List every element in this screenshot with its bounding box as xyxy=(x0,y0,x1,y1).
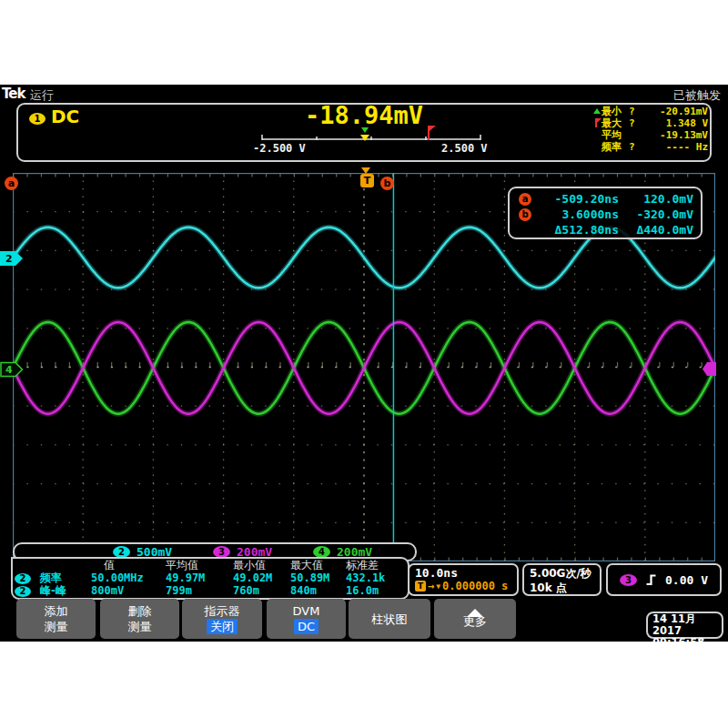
horizontal-delay: T→▼0.000000 s xyxy=(415,580,511,592)
datetime-box: 14 11月2017 09:16:58 xyxy=(646,612,723,639)
menu-remove-measurement-button[interactable]: 删除 测量 xyxy=(100,599,179,639)
oscilloscope-screen: Tek 运行 已被触发 1 DC -18.94mV -2.500 V 2.500… xyxy=(0,85,728,642)
svg-text:2: 2 xyxy=(5,253,13,265)
meas-ch-badge: 2 xyxy=(15,586,31,597)
cursor-a-row: a -509.20ns 120.0mV xyxy=(519,191,693,207)
red-flag-icon xyxy=(593,118,602,128)
cursor-a-badge: a xyxy=(519,193,531,206)
trigger-level: 0.00 V xyxy=(665,573,708,587)
max-flag-icon xyxy=(428,126,430,140)
cursor-b-badge: b xyxy=(519,208,531,221)
time-label: 09:16:58 xyxy=(652,637,722,642)
cursor-a-marker[interactable]: a xyxy=(5,177,18,190)
menu-histogram-button[interactable]: 柱状图 xyxy=(349,599,430,639)
horizontal-scale: 10.0ns xyxy=(415,566,511,580)
tek-logo: Tek xyxy=(2,86,25,102)
cursor-delta-row: Δ512.80ns Δ440.0mV xyxy=(519,222,693,238)
menu-indicators-button[interactable]: 指示器 关闭 xyxy=(182,599,262,639)
meas-ch-badge: 2 xyxy=(15,573,31,584)
measurement-header-row: 值 平均值 最小值 最大值 标准差 xyxy=(15,559,406,571)
trigger-position-triangle-icon[interactable] xyxy=(361,167,370,174)
trigger-level-arrow-icon[interactable] xyxy=(703,361,717,377)
trigger-source-badge: 3 xyxy=(620,574,637,586)
cursor-b-marker[interactable]: b xyxy=(380,177,394,190)
record-length: 10k 点 xyxy=(530,581,594,595)
measurement-row-pkpk: 2 峰-峰 800mV 799m 760m 840m 16.0m xyxy=(15,584,406,597)
dvm-scale-min-label: -2.500 V xyxy=(253,142,306,155)
cursor-b-row: b 3.6000ns -320.0mV xyxy=(519,207,693,222)
cursor-readout-box: a -509.20ns 120.0mV b 3.6000ns -320.0mV … xyxy=(508,187,703,239)
min-marker-icon xyxy=(361,127,369,133)
horizontal-readout: 10.0ns T→▼0.000000 s xyxy=(408,563,519,596)
dvm-state-badge: DC xyxy=(294,619,318,634)
trigger-position-marker[interactable]: T xyxy=(360,174,374,187)
channel4-position-marker[interactable]: 4 xyxy=(0,361,24,378)
stat-row-freq: 频率 ? ---- Hz xyxy=(593,141,708,153)
date-label: 14 11月2017 xyxy=(652,613,722,637)
acquisition-readout: 5.00G次/秒 10k 点 xyxy=(522,563,602,596)
menu-more-button[interactable]: 更多 xyxy=(434,599,516,639)
menu-dvm-button[interactable]: DVM DC xyxy=(267,599,346,639)
green-arrow-icon xyxy=(593,106,602,116)
channel2-position-marker[interactable]: 2 xyxy=(0,250,24,267)
menu-add-measurement-button[interactable]: 添加 测量 xyxy=(16,599,96,639)
measurement-row-frequency: 2 频率 50.00MHz 49.97M 49.02M 50.89M 432.1… xyxy=(15,571,406,584)
svg-text:4: 4 xyxy=(5,364,13,376)
dvm-scale-max-label: 2.500 V xyxy=(441,142,488,155)
dvm-panel: 1 DC -18.94mV -2.500 V 2.500 V 最小 ? -20.… xyxy=(16,103,712,162)
sample-rate: 5.00G次/秒 xyxy=(530,566,594,581)
dvm-current-marker-icon xyxy=(360,135,369,141)
rising-edge-icon xyxy=(645,573,657,586)
trigger-readout: 3 0.00 V xyxy=(606,563,722,596)
indicators-state-badge: 关闭 xyxy=(207,619,238,634)
dvm-statistics: 最小 ? -20.91mV 最大 ? 1.348 V 平均 -19.13mV 频… xyxy=(593,106,708,153)
measurement-table: 值 平均值 最小值 最大值 标准差 2 频率 50.00MHz 49.97M 4… xyxy=(11,557,410,600)
trigger-t-icon: T xyxy=(415,581,426,592)
dvm-scale-ruler xyxy=(261,134,481,141)
